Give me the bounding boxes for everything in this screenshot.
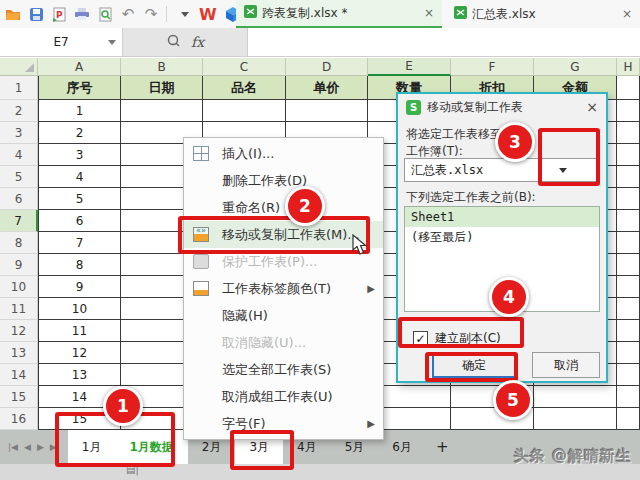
new-sheet-button[interactable]: + [426,430,459,464]
menu-item-label: 隐藏(H) [222,307,268,325]
menu-item[interactable]: 删除工作表(D) [184,167,383,194]
cell[interactable] [121,100,203,122]
cell[interactable] [617,254,640,276]
search-icon[interactable] [166,33,181,51]
cell[interactable]: 7 [38,232,121,254]
sheet-tab[interactable]: 6月 [378,430,426,464]
save-icon[interactable] [26,4,46,24]
row-header-4[interactable]: 4 [0,144,38,166]
undo-icon[interactable]: ↶ [118,4,138,24]
row-header-6[interactable]: 6 [0,188,38,210]
cell[interactable] [617,188,640,210]
row-header-5[interactable]: 5 [0,166,38,188]
row-header-12[interactable]: 12 [0,320,38,342]
row-header-2[interactable]: 2 [0,100,38,122]
menu-item[interactable]: 隐藏(H) [184,302,383,329]
menu-item[interactable]: 插入(I)... [184,140,383,167]
fx-icon[interactable]: fx [191,34,204,50]
print-icon[interactable] [72,4,92,24]
cell[interactable]: 序号 [38,76,121,100]
column-header-E[interactable]: E [368,58,451,76]
next-sheet-icon[interactable]: ▶ [37,442,44,452]
cell[interactable]: 品名 [203,76,286,100]
cell[interactable]: 2 [38,122,121,144]
wps-writer-logo[interactable]: W [199,5,217,24]
column-header-D[interactable]: D [286,58,368,76]
select-all-corner[interactable] [0,58,38,76]
cell[interactable] [617,210,640,232]
menu-item[interactable]: 取消成组工作表(U) [184,383,383,410]
cell[interactable] [617,166,640,188]
cell[interactable] [203,100,286,122]
row-header-11[interactable]: 11 [0,298,38,320]
doc-tab[interactable]: 跨表复制.xlsx *× [236,0,442,28]
sheet-list-item[interactable]: Sheet1 [405,207,599,227]
cell[interactable]: 8 [38,254,121,276]
cell[interactable]: 6 [38,210,121,232]
cell[interactable]: 4 [38,166,121,188]
export-pdf-icon[interactable]: P [49,4,69,24]
cell[interactable] [286,100,368,122]
row-header-9[interactable]: 9 [0,254,38,276]
cell[interactable] [617,76,640,100]
row-header-16[interactable]: 16 [0,408,38,430]
row-header-14[interactable]: 14 [0,364,38,386]
menu-item[interactable]: 工作表标签颜色(T)▶ [184,275,383,302]
cell[interactable]: 11 [38,320,121,342]
column-header-F[interactable]: F [451,58,534,76]
column-header-H[interactable]: H [617,58,640,76]
dialog-close-icon[interactable]: × [586,99,598,115]
doc-tab-close-icon[interactable]: × [622,7,632,21]
doc-tab[interactable]: 汇总表.xlsx× [446,0,640,28]
row-header-10[interactable]: 10 [0,276,38,298]
cancel-button[interactable]: 取消 [532,352,600,378]
more-dropdown-icon[interactable] [175,4,195,24]
insert-icon [193,146,209,161]
row-header-13[interactable]: 13 [0,342,38,364]
row-header-15[interactable]: 15 [0,386,38,408]
column-header-A[interactable]: A [38,58,121,76]
first-sheet-icon[interactable]: |◀ [8,442,18,452]
print-preview-icon[interactable] [95,4,115,24]
row-header-3[interactable]: 3 [0,122,38,144]
column-header-B[interactable]: B [121,58,203,76]
cell[interactable] [617,364,640,386]
cell[interactable] [617,232,640,254]
cell[interactable] [617,276,640,298]
formula-input[interactable] [248,28,640,56]
cell[interactable] [617,320,640,342]
cell[interactable] [534,408,617,430]
row-header-1[interactable]: 1 [0,76,38,100]
cell[interactable]: 12 [38,342,121,364]
cell[interactable] [534,386,617,408]
cell[interactable]: 9 [38,276,121,298]
row-header-7[interactable]: 7 [0,210,38,232]
cell[interactable]: 5 [38,188,121,210]
row-header-8[interactable]: 8 [0,232,38,254]
doc-tab-close-icon[interactable]: × [424,6,434,20]
cell[interactable]: 1 [38,100,121,122]
cell[interactable] [617,298,640,320]
cell[interactable] [617,408,640,430]
cell[interactable] [617,144,640,166]
cell[interactable]: 13 [38,364,121,386]
column-header-C[interactable]: C [203,58,286,76]
cell[interactable]: 3 [38,144,121,166]
cell[interactable] [617,342,640,364]
menu-item[interactable]: 选定全部工作表(S) [184,356,383,383]
cell[interactable] [617,100,640,122]
column-header-G[interactable]: G [534,58,617,76]
cell[interactable]: 10 [38,298,121,320]
cell[interactable]: 日期 [121,76,203,100]
name-box-dropdown-icon[interactable] [108,40,116,45]
cell[interactable] [617,122,640,144]
step-2-badge: 2 [285,186,325,226]
sheet-list-item[interactable]: (移至最后) [405,227,599,247]
name-box[interactable]: E7 [0,28,123,56]
cell[interactable] [617,386,640,408]
redo-icon[interactable]: ↷ [141,4,161,24]
open-folder-icon[interactable] [3,4,23,24]
step-1-badge: 1 [103,386,143,426]
prev-sheet-icon[interactable]: ◀ [24,442,31,452]
cell[interactable]: 单价 [286,76,368,100]
